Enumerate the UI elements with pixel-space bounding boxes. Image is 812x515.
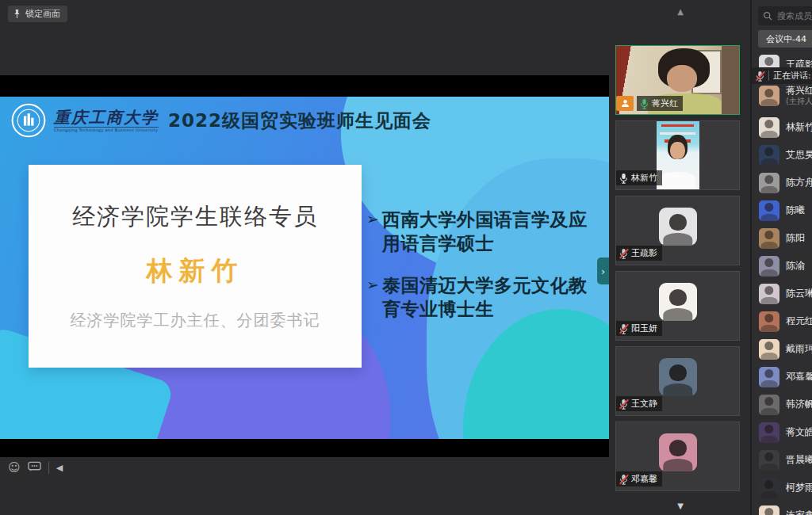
lock-view-button[interactable]: 锁定画面 bbox=[8, 6, 67, 22]
participant-name: 韩济帆 bbox=[786, 398, 812, 411]
chevron-right-icon: › bbox=[601, 265, 605, 277]
presenter-subtitle: 经济学院学工办主任、分团委书记 bbox=[71, 310, 320, 331]
avatar bbox=[759, 367, 779, 387]
tile-participant-name: 王疏影 bbox=[631, 247, 657, 259]
live-video bbox=[657, 121, 699, 189]
participant-name: 陈方舟 bbox=[786, 176, 812, 189]
participant-name: 柯梦雨 bbox=[786, 481, 812, 494]
avatar bbox=[759, 450, 779, 471]
participant-name: 陈渝 bbox=[786, 259, 805, 273]
participant-row[interactable]: 艾思昊 bbox=[752, 141, 812, 169]
presenter-name: 林新竹 bbox=[147, 254, 244, 289]
participant-row[interactable]: 柯梦雨 bbox=[752, 474, 812, 502]
tile-participant-name: 邓嘉馨 bbox=[631, 473, 657, 485]
video-tile[interactable]: 王疏影 bbox=[615, 196, 740, 265]
mic-muted-icon bbox=[619, 323, 628, 334]
slide-bullet-list: ➢ 西南大学外国语言学及应用语言学硕士 ➢ 泰国清迈大学多元文化教育专业博士生 bbox=[366, 208, 604, 321]
video-tile[interactable]: 王文静 bbox=[615, 346, 740, 416]
participant-row[interactable]: 林新竹 bbox=[752, 113, 812, 141]
in-meeting-tab-label: 会议中-44 bbox=[766, 33, 806, 45]
university-name-en: Chongqing Technology and Business Univer… bbox=[54, 127, 159, 132]
participant-name: 林新竹 bbox=[786, 120, 812, 134]
participant-row[interactable]: 连家鑫 bbox=[752, 502, 812, 515]
avatar bbox=[759, 117, 779, 138]
mic-on-icon bbox=[640, 98, 649, 109]
participant-role: (主持人) bbox=[786, 97, 812, 107]
participant-row[interactable]: 陈渝 bbox=[752, 252, 812, 280]
bullet-arrow-icon: ➢ bbox=[366, 208, 382, 256]
participant-row[interactable]: 陈方舟 bbox=[752, 169, 812, 196]
slide-header: 重庆工商大学 Chongqing Technology and Business… bbox=[11, 103, 431, 138]
tile-participant-name: 阳玉妍 bbox=[631, 322, 657, 334]
video-tile[interactable]: 邓嘉馨 bbox=[615, 422, 740, 491]
participant-row[interactable]: 戴雨珂 bbox=[752, 335, 812, 363]
avatar bbox=[759, 478, 779, 498]
tile-participant-name: 王文静 bbox=[631, 398, 657, 410]
participant-list: 王疏影 蒋兴红 (主持人) 林新竹 艾思昊 陈方舟 陈曦 陈阳 bbox=[752, 51, 812, 515]
participant-row[interactable]: 陈曦 bbox=[752, 196, 812, 224]
avatar bbox=[659, 208, 697, 246]
avatar bbox=[759, 256, 779, 277]
participant-name: 陈曦 bbox=[786, 204, 805, 217]
video-tile[interactable]: 林新竹 bbox=[615, 120, 740, 190]
avatar bbox=[759, 339, 779, 360]
bullet-item: ➢ 泰国清迈大学多元文化教育专业博士生 bbox=[366, 273, 604, 322]
scroll-down-icon[interactable]: ▼ bbox=[672, 502, 688, 510]
participant-row[interactable]: 程元红 bbox=[752, 307, 812, 335]
mic-muted-icon bbox=[619, 474, 628, 485]
mic-muted-icon bbox=[619, 399, 628, 410]
participant-name: 艾思昊 bbox=[786, 148, 812, 162]
bullet-text: 泰国清迈大学多元文化教育专业博士生 bbox=[382, 273, 604, 322]
avatar bbox=[759, 145, 779, 166]
participant-row[interactable]: 韩济帆 bbox=[752, 391, 812, 418]
participant-row[interactable]: 蒋文皓 bbox=[752, 418, 812, 446]
participant-row[interactable]: 邓嘉馨 bbox=[752, 363, 812, 391]
participant-name: 戴雨珂 bbox=[786, 342, 812, 356]
bullet-arrow-icon: ➢ bbox=[366, 273, 382, 322]
participant-row[interactable]: 陈云琳 bbox=[752, 280, 812, 307]
bullet-text: 西南大学外国语言学及应用语言学硕士 bbox=[382, 208, 604, 256]
screen-share-stage: 重庆工商大学 Chongqing Technology and Business… bbox=[0, 0, 609, 515]
mic-muted-icon bbox=[756, 71, 764, 82]
hand-raised-badge-icon bbox=[616, 96, 634, 111]
collapse-toolbar-icon[interactable]: ◀ bbox=[56, 462, 63, 474]
university-name-cn: 重庆工商大学 bbox=[54, 109, 159, 125]
toolbar-divider bbox=[48, 462, 49, 474]
search-members-input[interactable] bbox=[776, 10, 812, 22]
avatar bbox=[759, 86, 779, 106]
presenter-role-title: 经济学院学生联络专员 bbox=[72, 201, 318, 233]
search-box[interactable] bbox=[758, 6, 812, 25]
meeting-window: 重庆工商大学 Chongqing Technology and Business… bbox=[0, 0, 812, 515]
tile-participant-name: 蒋兴红 bbox=[652, 97, 678, 109]
university-logo-icon bbox=[11, 103, 46, 138]
avatar bbox=[759, 422, 779, 443]
panel-collapse-handle[interactable]: › bbox=[597, 258, 609, 284]
mic-muted-icon bbox=[619, 248, 628, 259]
in-meeting-tab[interactable]: 会议中-44 bbox=[758, 30, 812, 48]
participant-name: 陈云琳 bbox=[786, 287, 812, 300]
speaking-indicator-label: 正在讲话: bbox=[773, 70, 811, 82]
avatar bbox=[659, 358, 697, 396]
search-icon bbox=[763, 11, 772, 21]
speaking-indicator: 正在讲话: bbox=[752, 67, 812, 84]
participant-row[interactable]: 晋晨曦 bbox=[752, 446, 812, 474]
video-tile[interactable]: 蒋兴红 bbox=[615, 45, 740, 115]
participant-row[interactable]: 陈阳 bbox=[752, 224, 812, 252]
tile-participant-name: 林新竹 bbox=[631, 172, 657, 184]
chat-icon[interactable] bbox=[28, 461, 41, 475]
slide-title: 2022级国贸实验班师生见面会 bbox=[168, 109, 431, 133]
toast-divider bbox=[768, 71, 769, 81]
mic-on-icon bbox=[619, 173, 628, 184]
avatar bbox=[759, 173, 779, 193]
avatar bbox=[759, 228, 779, 249]
university-name-block: 重庆工商大学 Chongqing Technology and Business… bbox=[54, 109, 159, 132]
stage-toolbar: ☺ ◀ bbox=[8, 461, 63, 475]
video-tile[interactable]: 阳玉妍 bbox=[615, 271, 740, 341]
avatar bbox=[759, 284, 779, 304]
participant-name: 连家鑫 bbox=[786, 509, 812, 515]
bullet-item: ➢ 西南大学外国语言学及应用语言学硕士 bbox=[366, 208, 604, 256]
emoji-reaction-icon[interactable]: ☺ bbox=[8, 462, 21, 474]
scroll-up-icon[interactable]: ▲ bbox=[672, 7, 688, 16]
presenter-card: 经济学院学生联络专员 林新竹 经济学院学工办主任、分团委书记 bbox=[29, 165, 362, 368]
avatar bbox=[659, 433, 697, 471]
